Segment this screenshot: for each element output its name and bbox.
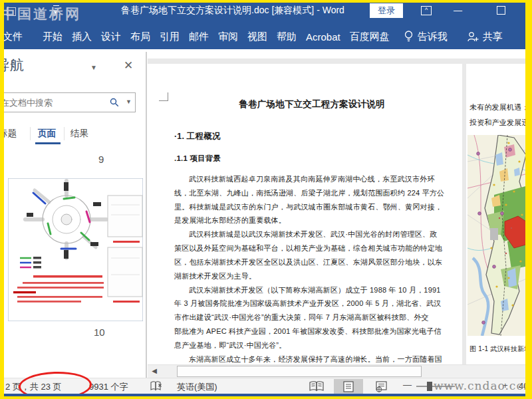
frame-border-bottom bbox=[0, 396, 532, 399]
nav-tab-pages[interactable]: 页面 bbox=[38, 128, 56, 140]
web-layout-button[interactable] bbox=[371, 379, 391, 394]
web-layout-icon bbox=[375, 381, 388, 392]
spellcheck-squiggle: xxxxxx bbox=[168, 321, 183, 325]
doc-line: 策区以及外延空间为基础和平台，以相关产业为基础，综合相关城市功能的特定地 bbox=[174, 243, 454, 253]
tell-me-button[interactable]: 告诉我 bbox=[404, 31, 448, 43]
tab-layout[interactable]: 布局 bbox=[130, 31, 150, 43]
tab-acrobat[interactable]: Acrobat bbox=[306, 31, 340, 43]
frame-border-left bbox=[0, 0, 4, 399]
window-title: 鲁巷广场地下立交方案设计说明.doc [兼容模式] - Word bbox=[100, 5, 366, 17]
doc-title: 鲁巷广场地下立交工程方案设计说明 bbox=[174, 100, 450, 109]
nav-search-box: ▼ bbox=[0, 92, 136, 112]
ribbon-tab-bar: 文件 开始 插入 设计 布局 引用 邮件 审阅 视图 帮助 Acrobat 百度… bbox=[3, 27, 503, 47]
tab-baidu-netdisk[interactable]: 百度网盘 bbox=[350, 31, 390, 43]
frame-border-right bbox=[525, 0, 532, 399]
zoom-out-icon[interactable]: — bbox=[403, 380, 412, 390]
ribbon-display-options-icon[interactable]: ^ bbox=[421, 6, 432, 15]
margin-mark bbox=[168, 92, 168, 101]
map-figure bbox=[467, 135, 527, 336]
document-page-1[interactable]: 鲁巷广场地下立交工程方案设计说明 ·1. 工程概况 .1.1 项目背景 武汉科技… bbox=[148, 64, 462, 364]
tab-design[interactable]: 设计 bbox=[101, 31, 121, 43]
doc-heading-1: ·1. 工程概况 bbox=[174, 132, 454, 141]
tab-review[interactable]: 审阅 bbox=[218, 31, 238, 43]
spellcheck-squiggle: xxxxxxxx bbox=[311, 237, 333, 241]
doc-line: 部批准为 APEC 科技产业园，2001 年被国家发改委、科技部批准为国家光电子… bbox=[174, 327, 454, 336]
doc-line: 是发展湖北东部经济的重要载体。 bbox=[174, 215, 454, 225]
doc-line: 投资和产业发展迅猛。 bbox=[469, 118, 527, 128]
share-button[interactable]: 共享 bbox=[467, 31, 503, 43]
divider bbox=[30, 127, 31, 140]
maximize-icon[interactable] bbox=[497, 6, 505, 15]
margin-mark bbox=[159, 100, 168, 101]
share-person-icon bbox=[467, 31, 479, 42]
language-indicator[interactable]: 英语(美国) bbox=[177, 381, 217, 393]
thumbnail-image bbox=[8, 178, 143, 321]
divider bbox=[64, 127, 65, 140]
tab-file[interactable]: 文件 bbox=[3, 31, 23, 43]
doc-line: 年 3 月被国务院批准为国家级高新技术产业开发区，2000 年 5 月，湖北省、… bbox=[174, 299, 454, 308]
doc-line: 市作出建设“武汉·中国光谷”的重大决策，同年 7 月东湖高新区被科技部、外交 bbox=[174, 313, 454, 322]
doc-line: 线，北至东湖、九峰山，南抵汤逊湖、后梁子湖北岸，规划范围面积约 224 平方公 bbox=[174, 188, 454, 198]
spellcheck-squiggle: xxxxxxxxxx bbox=[229, 112, 255, 116]
page-thumbnail-10[interactable] bbox=[8, 178, 143, 321]
minimize-icon[interactable]: — bbox=[454, 5, 462, 15]
proofing-icon[interactable] bbox=[150, 380, 162, 392]
scroll-left-icon[interactable]: ◀ bbox=[149, 366, 160, 376]
read-mode-button[interactable] bbox=[307, 379, 326, 394]
thumbnail-page-number: 9 bbox=[98, 154, 104, 165]
doc-line: 武汉东湖新技术开发区（以下简称东湖高新区）成立于 1988 年 10 月，199… bbox=[174, 285, 462, 295]
tab-home[interactable]: 开始 bbox=[43, 31, 63, 43]
search-icon[interactable] bbox=[110, 98, 119, 107]
tab-references[interactable]: 引用 bbox=[160, 31, 180, 43]
frame-border-top bbox=[0, 0, 532, 3]
spellcheck-squiggle: xxxxxxxx bbox=[205, 183, 227, 188]
nav-tab-results[interactable]: 结果 bbox=[70, 128, 88, 140]
doc-line: 里。科技新城是武汉市的东门户，与武汉城市圈东部城市黄石、鄂州、黄冈对接， bbox=[174, 202, 454, 211]
search-input[interactable] bbox=[0, 94, 102, 111]
doc-line: 未有的发展机遇；另一方面，“武汉·中国光谷”的 bbox=[469, 102, 527, 112]
search-dropdown-icon[interactable]: ▼ bbox=[126, 98, 132, 105]
zoom-slider-handle[interactable] bbox=[427, 382, 432, 391]
lightbulb-icon bbox=[404, 31, 413, 43]
tab-view[interactable]: 视图 bbox=[247, 31, 267, 43]
doc-line: 武汉科技新城西起卓刀泉南路及其向南延伸罗南湖中心线，东至武汉市外环 bbox=[174, 174, 462, 184]
doc-line: 区，包括东湖新技术开发区全区以及洪山区、江夏区、东湖风景区部分地块，以东 bbox=[174, 257, 454, 267]
figure-caption: 图 1-1 武汉科技新城区 bbox=[469, 344, 527, 354]
horizontal-scrollbar-thumb[interactable] bbox=[177, 366, 422, 377]
pane-divider[interactable] bbox=[146, 52, 147, 378]
tab-insert[interactable]: 插入 bbox=[72, 31, 92, 43]
tab-help[interactable]: 帮助 bbox=[277, 31, 297, 43]
nav-tab-pages-underline bbox=[35, 142, 61, 144]
spellcheck-squiggle: xxxxxxxxxxxx bbox=[272, 334, 303, 339]
print-layout-button[interactable] bbox=[334, 379, 363, 394]
watermark-bottom-right: www.cndao.com bbox=[434, 379, 532, 392]
document-page-2[interactable]: 未有的发展机遇；另一方面，“武汉·中国光谷”的 投资和产业发展迅猛。 bbox=[466, 64, 527, 364]
login-button[interactable]: 登录 bbox=[370, 3, 403, 18]
word-window: ▾ 鲁巷广场地下立交方案设计说明.doc [兼容模式] - Word 登录 ^ … bbox=[0, 0, 532, 399]
doc-line: 东湖高新区成立十多年来，经济发展保持了高速的增长。当前，一方面随着国 bbox=[174, 354, 462, 364]
watermark-top-left: 中国道桥网 bbox=[1, 5, 81, 23]
read-mode-icon bbox=[309, 381, 324, 392]
nav-close-icon[interactable]: ✕ bbox=[124, 59, 133, 72]
word-count[interactable]: 9931 个字 bbox=[89, 381, 128, 393]
doc-line: 湖新技术开发区为主导。 bbox=[174, 271, 454, 281]
doc-heading-1-1: .1.1 项目背景 bbox=[174, 154, 454, 163]
print-layout-icon bbox=[342, 381, 354, 392]
tab-mailings[interactable]: 邮件 bbox=[189, 31, 209, 43]
canvas-top-strip bbox=[148, 52, 527, 59]
thumbnail-page-number: 10 bbox=[94, 327, 105, 338]
doc-line: 息产业基地，即“武汉·中国光谷”。 bbox=[174, 340, 454, 350]
nav-options-dropdown-icon[interactable]: ▼ bbox=[90, 64, 97, 71]
